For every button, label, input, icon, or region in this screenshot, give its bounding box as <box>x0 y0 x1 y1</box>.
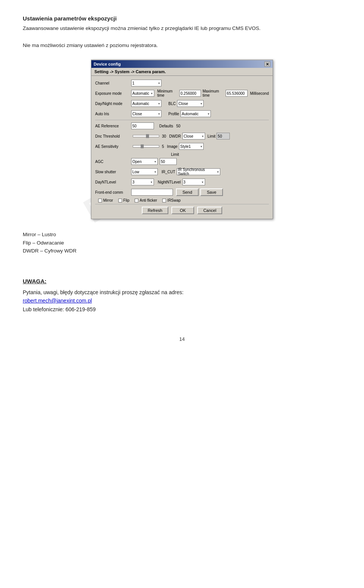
dwdr-select[interactable]: Close ▼ <box>182 133 205 140</box>
irswap-checkbox[interactable] <box>162 199 166 202</box>
ir-cut-select[interactable]: IR Synchronous Switch ▼ <box>177 168 220 175</box>
irswap-label: IRSwap <box>167 198 180 202</box>
max-time-label: Maximum time <box>202 89 223 97</box>
blc-arrow: ▼ <box>200 102 203 105</box>
night-nt-arrow: ▼ <box>201 181 204 183</box>
mirror-checkbox-label: Mirror <box>103 198 113 202</box>
exposure-mode-row: Exposure mode Automatic ▼ Minimum time 0… <box>95 89 269 97</box>
cancel-button[interactable]: Cancel <box>197 207 222 214</box>
flip-checkbox-label: Flip <box>123 198 129 202</box>
anti-flicker-checkbox-item: Anti flicker <box>135 198 157 202</box>
dialog-container: Device config ✕ Setting -> System -> Cam… <box>23 60 341 219</box>
exposure-arrow: ▼ <box>151 92 153 95</box>
exposure-mode-select[interactable]: Automatic ▼ <box>131 90 154 97</box>
ae-sensitivity-row: AE Sensitivity 5 Image Style1 ▼ <box>95 142 269 151</box>
channel-label: Channel <box>95 81 131 85</box>
profile-arrow: ▼ <box>207 113 210 115</box>
dnc-slider-thumb <box>146 134 149 138</box>
day-nt-select[interactable]: 3 ▼ <box>131 179 154 185</box>
min-time-input[interactable]: 0.256000 <box>179 90 201 97</box>
ae-ref-input[interactable]: 50 <box>131 122 154 129</box>
dialog-breadcrumb: Setting -> System -> Camera param. <box>91 68 273 76</box>
ae-sens-thumb <box>141 144 144 148</box>
page-number: 14 <box>23 336 341 342</box>
anti-flicker-checkbox[interactable] <box>135 199 138 202</box>
day-night-select[interactable]: Automatic ▼ <box>131 100 162 107</box>
note-dwdr: DWDR – Cyfrowy WDR <box>23 247 341 255</box>
subtitle-1: Zaawansowane ustawienie ekspozycji można… <box>23 25 341 31</box>
flip-checkbox[interactable] <box>118 199 122 202</box>
night-nt-label: NightNTLevel <box>158 180 181 184</box>
dnc-slider[interactable] <box>133 135 159 137</box>
defaults-value: 50 <box>176 124 180 128</box>
uwaga-text: Pytania, uwagi, błędy dotyczące instrukc… <box>23 288 341 296</box>
phone-number: 606-219-859 <box>66 306 96 312</box>
millisecond-label: Millisecond <box>250 91 269 96</box>
agc-select[interactable]: Open ▼ <box>131 158 158 165</box>
uwaga-phone: Lub telefonicznie: 606-219-859 <box>23 305 341 314</box>
slow-shutter-select[interactable]: Low ▼ <box>131 168 158 175</box>
auto-iris-arrow: ▼ <box>158 113 160 115</box>
day-night-arrow: ▼ <box>158 102 160 105</box>
auto-iris-row: Auto Iris Close ▼ Profile Automatic ▼ <box>95 110 269 118</box>
button-row: Refresh OK Cancel <box>95 207 269 214</box>
dwdr-text-label: DWDR <box>169 134 181 138</box>
ir-cut-arrow: ▼ <box>217 171 219 173</box>
dnc-value: 30 <box>162 134 166 138</box>
note-mirror: Mirror – Lustro <box>23 230 341 239</box>
profile-label: Profile <box>168 112 179 116</box>
front-end-input[interactable] <box>131 189 173 196</box>
note-flip: Flip – Odwracanie <box>23 239 341 247</box>
ae-ref-row: AE Reference 50 Defaults 50 <box>95 122 269 130</box>
limit2-label-row: Limit <box>95 152 269 157</box>
uwaga-section: UWAGA: Pytania, uwagi, błędy dotyczące i… <box>23 278 341 314</box>
notes-section: Mirror – Lustro Flip – Odwracanie DWDR –… <box>23 230 341 255</box>
dwdr-arrow: ▼ <box>201 135 204 138</box>
send-button[interactable]: Send <box>176 188 199 196</box>
channel-row: Channel 1 ▼ <box>95 79 269 87</box>
anti-flicker-label: Anti flicker <box>140 198 157 202</box>
mirror-checkbox-item: Mirror <box>98 198 113 202</box>
ae-sens-value: 5 <box>162 144 164 149</box>
ae-sens-slider[interactable] <box>133 145 159 147</box>
phone-prefix: Lub telefonicznie: <box>23 306 66 312</box>
min-time-label: Minimum time <box>157 89 177 97</box>
exposure-mode-label: Exposure mode <box>95 91 131 96</box>
limit-input[interactable]: 50 <box>217 133 230 140</box>
page-title: Ustawienia parametrów ekspozycji <box>23 15 341 22</box>
channel-select[interactable]: 1 ▼ <box>131 80 162 86</box>
channel-arrow: ▼ <box>158 82 160 85</box>
defaults-label: Defaults <box>159 124 173 128</box>
close-button[interactable]: ✕ <box>264 61 270 67</box>
image-select[interactable]: Style1 ▼ <box>179 143 204 150</box>
max-time-input[interactable]: 65.536000 <box>226 90 247 97</box>
auto-iris-label: Auto Iris <box>95 112 131 116</box>
device-config-dialog: Device config ✕ Setting -> System -> Cam… <box>91 60 273 219</box>
agc-row: AGC Open ▼ 50 <box>95 157 269 166</box>
refresh-button[interactable]: Refresh <box>142 207 169 214</box>
limit2-label: Limit <box>171 152 179 157</box>
blc-select[interactable]: Close ▼ <box>177 100 204 107</box>
dialog-titlebar: Device config ✕ <box>91 60 273 68</box>
blc-label: BLC <box>168 102 176 106</box>
image-text-label: Image <box>167 144 178 149</box>
agc-limit-input[interactable]: 50 <box>160 158 177 165</box>
checkboxes-row: Mirror Flip Anti flicker IRSwap <box>95 198 269 202</box>
day-night-row: Day/Night mode Automatic ▼ BLC Close ▼ <box>95 99 269 108</box>
day-nt-row: DayNTLevel 3 ▼ NightNTLevel 3 ▼ <box>95 178 269 186</box>
night-nt-select[interactable]: 3 ▼ <box>182 179 205 185</box>
irswap-checkbox-item: IRSwap <box>162 198 180 202</box>
uwaga-email[interactable]: robert.mech@janexint.com.pl <box>23 298 92 304</box>
dnc-threshold-label: Dnc Threshold <box>95 134 131 138</box>
ok-button[interactable]: OK <box>171 207 194 214</box>
save-button[interactable]: Save <box>200 188 223 196</box>
divider-2 <box>95 204 269 204</box>
day-nt-arrow: ▼ <box>150 181 153 183</box>
profile-select[interactable]: Automatic ▼ <box>180 110 211 117</box>
agc-arrow: ▼ <box>154 160 157 163</box>
dialog-body: Channel 1 ▼ Exposure mode Automatic ▼ <box>91 76 273 219</box>
auto-iris-select[interactable]: Close ▼ <box>131 110 162 117</box>
mirror-checkbox[interactable] <box>98 199 102 202</box>
agc-label: AGC <box>95 160 131 164</box>
ae-sensitivity-label: AE Sensitivity <box>95 144 131 149</box>
